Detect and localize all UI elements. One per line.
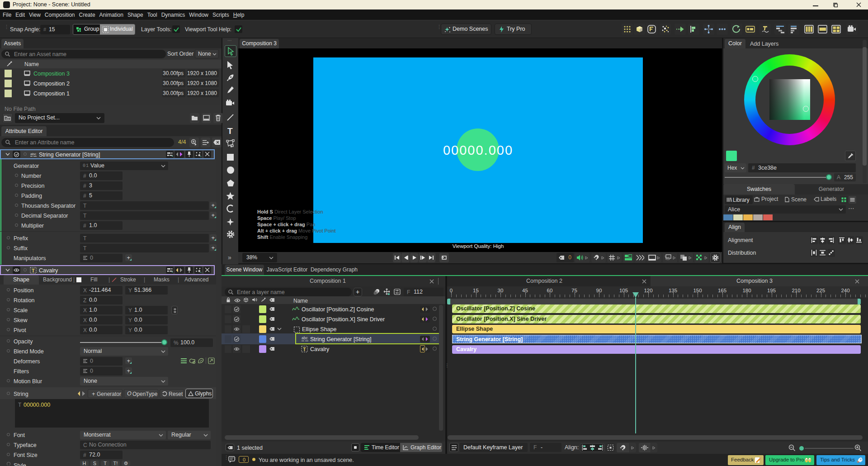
svg-text:abc: abc bbox=[30, 152, 36, 156]
svg-text:T: T bbox=[303, 347, 306, 352]
svg-text:T: T bbox=[32, 268, 35, 273]
